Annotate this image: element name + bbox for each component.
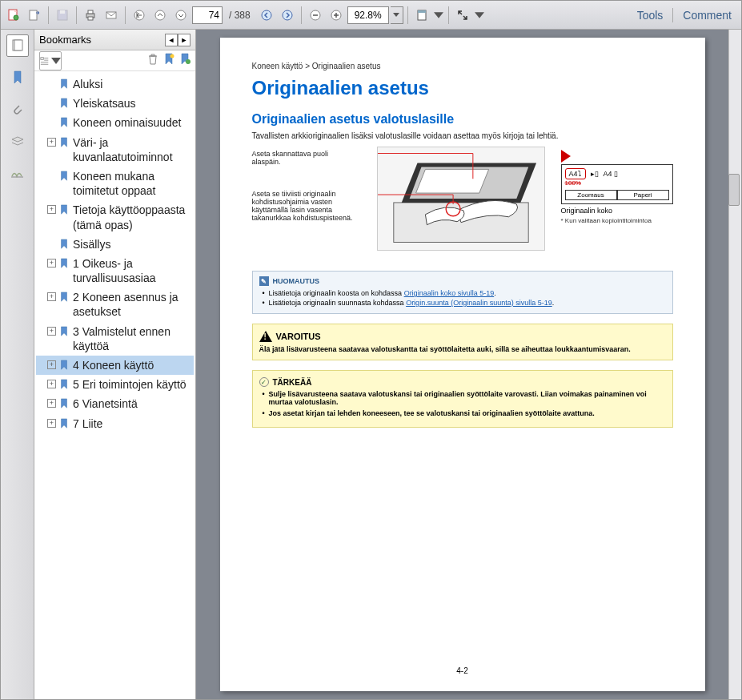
read-dropdown-icon[interactable] (474, 6, 485, 25)
bookmark-item[interactable]: Koneen mukana toimitetut oppaat (36, 167, 194, 200)
callout-2: Aseta se tiiviisti originaalin kohdistus… (252, 190, 356, 222)
bookmark-label: Sisällys (73, 237, 192, 251)
expand-icon[interactable]: + (47, 380, 56, 388)
prev-view-icon[interactable] (257, 6, 276, 25)
page-number-input[interactable] (192, 6, 223, 24)
note-item-1: Lisätietoja originaalin koosta on kohdas… (263, 289, 666, 297)
bookmark-label: 3 Valmistelut ennen käyttöä (73, 324, 192, 353)
strike-100: 100% (565, 179, 669, 187)
first-page-icon[interactable] (130, 6, 149, 25)
bookmark-item[interactable]: +3 Valmistelut ennen käyttöä (36, 322, 194, 356)
bookmark-item[interactable]: +1 Oikeus- ja turvallisuusasiaa (36, 254, 194, 288)
bookmark-label: Aluksi (73, 77, 192, 91)
svg-rect-20 (41, 57, 43, 59)
bookmarks-options-icon[interactable] (39, 51, 62, 70)
expand-icon[interactable]: + (47, 360, 56, 369)
important-box: ✓TÄRKEÄÄ Sulje lisävarusteena saatava va… (252, 370, 673, 428)
vertical-scrollbar[interactable] (728, 30, 741, 699)
next-view-icon[interactable] (278, 6, 297, 25)
fit-page-icon[interactable] (412, 6, 431, 25)
rail-layers-icon[interactable] (6, 131, 29, 153)
bookmarks-new-from-struct-icon[interactable] (179, 53, 191, 68)
comment-link[interactable]: Comment (683, 9, 732, 22)
doc-feed-icon: ▸▯ (591, 170, 599, 178)
expand-icon[interactable]: + (47, 205, 56, 214)
expand-icon[interactable]: + (47, 399, 56, 408)
tools-link[interactable]: Tools (637, 9, 664, 22)
diagram-row: Aseta skannattava puoli alaspäin. Aseta … (252, 150, 673, 258)
note-icon: ✎ (259, 276, 269, 286)
rail-signatures-icon[interactable] (6, 163, 29, 185)
scanner-illustration (377, 147, 545, 251)
bookmark-label: Väri- ja kuvanlaatutoiminnot (73, 135, 192, 164)
rail-attachment-icon[interactable] (6, 99, 29, 121)
bookmark-label: Koneen mukana toimitetut oppaat (73, 169, 192, 198)
bookmark-item[interactable]: +Väri- ja kuvanlaatutoiminnot (36, 133, 194, 167)
expand-icon[interactable]: + (47, 327, 56, 336)
bookmark-label: 6 Vianetsintä (73, 396, 192, 411)
bookmark-item[interactable]: Yleiskatsaus (36, 94, 194, 113)
zoom-dropdown-icon[interactable] (391, 6, 403, 24)
fit-dropdown-icon[interactable] (433, 6, 444, 25)
bookmarks-delete-icon[interactable] (147, 53, 158, 68)
svg-rect-6 (88, 10, 93, 14)
bookmark-item[interactable]: Aluksi (36, 74, 194, 94)
bookmarks-header: Bookmarks ◄ ► (34, 30, 195, 50)
expand-icon[interactable]: + (47, 419, 56, 428)
bookmarks-new-icon[interactable] (163, 53, 174, 68)
bookmarks-toolbar (34, 50, 195, 71)
bookmark-item[interactable]: +7 Liite (36, 414, 194, 433)
document-viewport[interactable]: Koneen käyttö > Originaalien asetus Orig… (196, 30, 728, 699)
scrollbar-thumb[interactable] (728, 174, 740, 206)
bookmark-item[interactable]: Sisällys (36, 235, 194, 254)
email-icon[interactable] (102, 6, 121, 25)
callout-1: Aseta skannattava puoli alaspäin. (252, 150, 356, 166)
svg-rect-17 (418, 10, 426, 13)
bookmark-item[interactable]: +5 Eri toimintojen käyttö (36, 375, 194, 394)
expand-icon[interactable]: + (47, 292, 56, 301)
note-link-1[interactable]: Originaalin koko sivulla 5-19 (404, 289, 495, 297)
svg-point-12 (262, 10, 271, 20)
bookmark-item[interactable]: +6 Vianetsintä (36, 394, 194, 413)
bookmark-item[interactable]: +4 Koneen käyttö (36, 356, 194, 375)
print-icon[interactable] (81, 6, 100, 25)
tab-zoom: Zoomaus (565, 190, 617, 200)
bookmark-label: Koneen ominaisuudet (73, 115, 192, 130)
bookmarks-next-icon[interactable]: ► (178, 34, 191, 46)
svg-point-22 (186, 59, 191, 64)
svg-point-10 (155, 10, 165, 20)
page-up-icon[interactable] (150, 6, 170, 25)
pdf-icon[interactable] (4, 6, 23, 25)
expand-icon[interactable]: + (47, 138, 56, 147)
zoom-value[interactable]: 92.8% (347, 6, 389, 24)
zoom-in-icon[interactable] (327, 6, 346, 25)
zoom-out-icon[interactable] (306, 6, 325, 25)
warning-heading: VAROITUS (276, 332, 321, 341)
bookmark-label: 5 Eri toimintojen käyttö (73, 377, 192, 392)
page-down-icon[interactable] (171, 6, 191, 25)
warning-icon (259, 331, 272, 342)
page-breadcrumb: Koneen käyttö > Originaalien asetus (252, 62, 673, 70)
important-item-2: Jos asetat kirjan tai lehden koneeseen, … (263, 409, 666, 417)
intro-text: Tavallisten arkkioriginaalien lisäksi va… (252, 131, 673, 140)
important-heading: TÄRKEÄÄ (273, 378, 312, 387)
rail-bookmark-icon[interactable] (6, 66, 29, 89)
important-item-1: Sulje lisävarusteena saatava valotuskans… (263, 390, 666, 406)
read-mode-icon[interactable] (453, 6, 472, 25)
svg-point-13 (283, 10, 292, 20)
save-icon[interactable] (53, 6, 72, 25)
bookmarks-prev-icon[interactable]: ◄ (165, 34, 178, 46)
bookmark-item[interactable]: +Tietoja käyttöoppaasta (tämä opas) (36, 200, 194, 234)
panel-caption: Originaalin koko (561, 207, 673, 215)
rail-page-thumbnails-icon[interactable] (6, 34, 29, 57)
bookmarks-title: Bookmarks (39, 34, 165, 46)
bookmark-item[interactable]: Koneen ominaisuudet (36, 113, 194, 132)
export-icon[interactable] (25, 6, 44, 25)
bookmark-label: 1 Oikeus- ja turvallisuusasiaa (73, 256, 192, 285)
expand-icon[interactable]: + (47, 259, 56, 268)
svg-rect-7 (88, 17, 93, 20)
bookmark-item[interactable]: +2 Koneen asennus ja asetukset (36, 288, 194, 321)
note-link-2[interactable]: Origin.suunta (Originaalin suunta) sivul… (406, 299, 552, 307)
document-page: Koneen käyttö > Originaalien asetus Orig… (220, 38, 705, 691)
svg-rect-2 (30, 10, 37, 20)
